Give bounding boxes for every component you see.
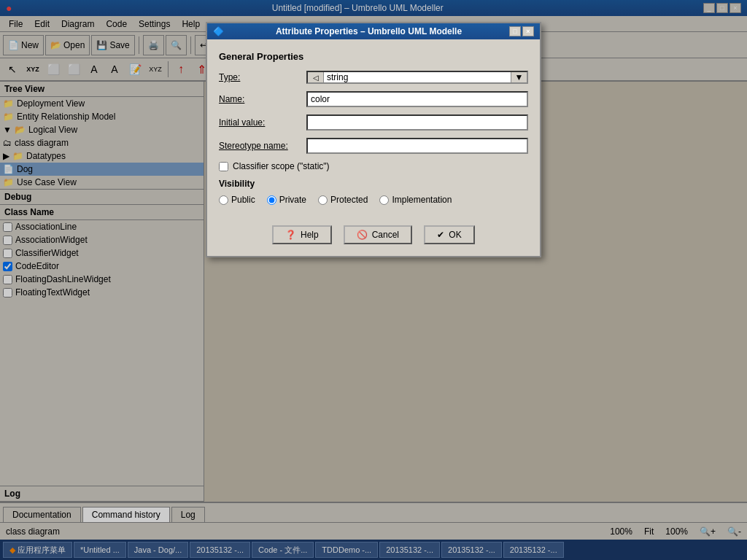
visibility-radio-group: Public Private Protected Implementation [219, 195, 528, 205]
radio-implementation[interactable] [379, 195, 389, 205]
stereotype-label: Stereotype name: [219, 141, 306, 151]
dialog-body: General Properties Type: ◁ string ▼ Name… [207, 39, 540, 217]
visibility-implementation[interactable]: Implementation [379, 195, 452, 205]
type-dropdown-arrow[interactable]: ▼ [511, 72, 527, 82]
visibility-public[interactable]: Public [219, 195, 255, 205]
initial-value-input[interactable] [306, 114, 528, 131]
type-label: Type: [219, 72, 306, 82]
cancel-icon: 🚫 [357, 230, 368, 240]
initial-value-label: Initial value: [219, 117, 306, 128]
dialog-title-text: Attribute Properties – Umbrello UML Mode… [276, 26, 462, 36]
visibility-section: Visibility Public Private Protected [219, 179, 528, 205]
visibility-protected[interactable]: Protected [318, 195, 368, 205]
name-row: Name: [219, 91, 528, 107]
initial-value-row: Initial value: [219, 114, 528, 131]
classifier-checkbox[interactable] [219, 162, 228, 171]
dialog-maximize-button[interactable]: □ [509, 26, 521, 36]
name-label: Name: [219, 94, 306, 104]
attribute-dialog: 🔷 Attribute Properties – Umbrello UML Mo… [206, 22, 541, 257]
modal-overlay: 🔷 Attribute Properties – Umbrello UML Mo… [0, 0, 747, 560]
help-icon: ❓ [285, 230, 296, 240]
radio-protected[interactable] [318, 195, 328, 205]
help-button[interactable]: ❓ Help [272, 225, 332, 244]
ok-button[interactable]: ✔ OK [424, 225, 475, 244]
type-row: Type: ◁ string ▼ [219, 71, 528, 84]
visibility-private[interactable]: Private [267, 195, 306, 205]
dialog-title-bar: 🔷 Attribute Properties – Umbrello UML Mo… [207, 23, 540, 39]
type-value: string [324, 72, 511, 82]
classifier-row: Classifier scope ("static") [219, 161, 528, 171]
ok-icon: ✔ [437, 230, 444, 240]
radio-public[interactable] [219, 195, 228, 205]
stereotype-row: Stereotype name: [219, 138, 528, 154]
classifier-label: Classifier scope ("static") [233, 161, 330, 171]
stereotype-input[interactable] [306, 138, 528, 154]
dialog-footer: ❓ Help 🚫 Cancel ✔ OK [207, 217, 540, 256]
type-select-wrapper: ◁ string ▼ [306, 71, 528, 84]
general-properties-title: General Properties [219, 51, 528, 62]
visibility-title: Visibility [219, 179, 528, 189]
type-clear-button[interactable]: ◁ [308, 72, 324, 82]
radio-private[interactable] [267, 195, 276, 205]
name-input[interactable] [306, 91, 528, 107]
cancel-button[interactable]: 🚫 Cancel [344, 225, 412, 244]
dialog-close-button[interactable]: × [522, 26, 534, 36]
